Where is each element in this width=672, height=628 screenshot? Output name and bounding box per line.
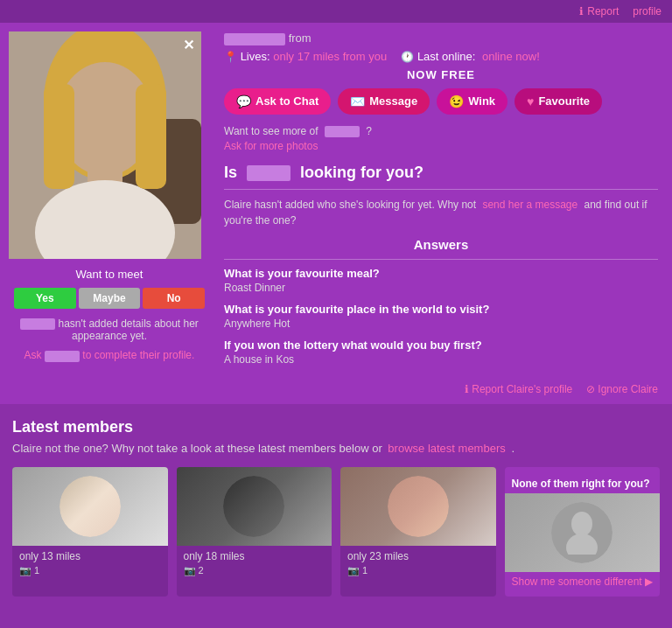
wink-icon: [449, 94, 464, 108]
profile-photo: ✕: [9, 31, 201, 259]
clock-icon: [401, 49, 414, 63]
looking-for-desc-text: Claire hasn't added who she's looking fo…: [224, 199, 476, 211]
qa-question-2: What is your favourite place in the worl…: [224, 303, 658, 316]
from-text: from: [289, 31, 312, 45]
now-free-label: NOW FREE: [407, 68, 475, 81]
blurred-username-see: [325, 126, 360, 137]
meet-buttons: Yes Maybe No: [14, 288, 205, 309]
member-card-1[interactable]: only 13 miles 1: [12, 467, 168, 597]
member-avatar-2: [223, 476, 284, 537]
location-bar: Lives: only 17 miles from you Last onlin…: [224, 49, 658, 63]
cta-circle: [551, 502, 612, 563]
want-to-meet-title: Want to meet: [14, 268, 205, 281]
see-more-prefix: Want to see more of: [224, 125, 318, 137]
blurred-username-complete: [45, 351, 80, 362]
blurred-username-looking: [247, 165, 290, 181]
browse-link[interactable]: browse latest members: [388, 442, 505, 455]
cta-photo: [505, 493, 661, 572]
wink-label: Wink: [468, 94, 495, 108]
member-avatar-1: [60, 476, 121, 537]
action-buttons: Ask to Chat Message Wink Favourite: [224, 88, 658, 115]
photos-count-3: 1: [362, 565, 368, 576]
member-photos-3: 1: [347, 565, 489, 576]
top-bar: Report profile: [0, 0, 672, 23]
looking-for-desc: Claire hasn't added who she's looking fo…: [224, 197, 658, 228]
looking-for-title: Is looking for you?: [224, 164, 658, 182]
cta-avatar: [551, 502, 612, 563]
last-online-status: online now!: [482, 50, 540, 63]
no-button[interactable]: No: [143, 288, 205, 309]
chevron-right-icon: ▶: [645, 576, 653, 588]
cancel-icon: [586, 383, 595, 395]
photos-count-2: 2: [199, 565, 204, 576]
close-button[interactable]: ✕: [183, 37, 194, 53]
ignore-link[interactable]: Ignore Claire: [586, 383, 658, 395]
qa-answer-3: A house in Kos: [224, 353, 658, 366]
looking-for-is: Is: [224, 164, 237, 181]
yes-button[interactable]: Yes: [14, 288, 76, 309]
divider-2: [224, 259, 658, 260]
report-link[interactable]: Report: [579, 5, 619, 17]
member-photo-2: [177, 467, 332, 546]
camera-icon-3: [347, 565, 360, 576]
person-silhouette: [564, 511, 599, 555]
cta-card[interactable]: None of them right for you? Show me some…: [505, 467, 661, 597]
member-info-3: only 23 miles 1: [340, 546, 496, 581]
pin-icon: [224, 49, 237, 63]
cta-link-text: Show me someone different: [512, 576, 642, 588]
cta-link[interactable]: Show me someone different ▶: [505, 572, 661, 597]
wink-button[interactable]: Wink: [437, 88, 508, 115]
member-distance-1: only 13 miles: [19, 550, 161, 562]
ask-for-photos-link[interactable]: Ask for more photos: [224, 140, 318, 152]
send-message-link[interactable]: send her a message: [482, 199, 578, 211]
member-avatar-3: [388, 476, 449, 537]
right-panel: from Lives: only 17 miles from you Last …: [219, 31, 663, 395]
envelope-icon: [350, 94, 365, 108]
looking-for-suffix: looking for you?: [300, 164, 424, 181]
latest-members-desc: Claire not the one? Why not take a look …: [12, 442, 660, 455]
member-photo-3: [340, 467, 496, 546]
now-free-banner: NOW FREE: [224, 68, 658, 81]
ask-label: Ask: [24, 349, 42, 361]
member-circle-2: [223, 476, 284, 537]
complete-profile-text: Ask to complete their profile.: [14, 349, 205, 361]
chat-icon: [236, 94, 251, 108]
see-more-suffix: ?: [366, 125, 372, 137]
ignore-label: Ignore Claire: [598, 383, 658, 395]
profile-label: profile: [633, 5, 662, 17]
looking-for-section: Is looking for you? Claire hasn't added …: [224, 164, 658, 228]
maybe-button[interactable]: Maybe: [79, 288, 141, 309]
location-distance: only 17 miles from you: [273, 50, 387, 63]
message-button[interactable]: Message: [338, 88, 430, 115]
see-more-section: Want to see more of ? Ask for more photo…: [224, 125, 658, 153]
location-item: Lives: only 17 miles from you: [224, 49, 387, 63]
camera-icon-1: [19, 565, 32, 576]
member-card-3[interactable]: only 23 miles 1: [340, 467, 496, 597]
blurred-username-appearance: [20, 318, 55, 330]
qa-question-1: What is your favourite meal?: [224, 267, 658, 280]
last-online-label: Last online:: [417, 50, 476, 63]
svg-point-8: [571, 512, 592, 536]
member-card-2[interactable]: only 18 miles 2: [177, 467, 332, 597]
member-photo-1: [12, 467, 168, 546]
profile-link[interactable]: profile: [633, 5, 662, 17]
want-to-meet-section: Want to meet Yes Maybe No hasn't added d…: [9, 259, 210, 371]
ask-to-chat-button[interactable]: Ask to Chat: [224, 88, 331, 115]
last-online-item: Last online: online now!: [401, 49, 540, 63]
info-icon: [579, 5, 584, 17]
answers-title: Answers: [224, 237, 658, 252]
member-distance-2: only 18 miles: [184, 550, 326, 562]
heart-icon: [527, 94, 534, 108]
complete-profile-link[interactable]: Ask to complete their profile.: [24, 349, 195, 361]
left-panel: ✕: [9, 31, 210, 395]
member-info-2: only 18 miles 2: [177, 546, 332, 581]
from-label: from: [224, 31, 658, 45]
favourite-label: Favourite: [538, 94, 590, 108]
report-profile-link[interactable]: Report Claire's profile: [465, 383, 572, 395]
favourite-button[interactable]: Favourite: [514, 88, 602, 115]
qa-answer-1: Roast Dinner: [224, 282, 658, 294]
main-container: ✕: [0, 23, 672, 404]
profile-actions: Report Claire's profile Ignore Claire: [224, 378, 658, 395]
qa-question-3: If you won the lottery what would you bu…: [224, 338, 658, 352]
report-label: Report: [587, 5, 619, 17]
